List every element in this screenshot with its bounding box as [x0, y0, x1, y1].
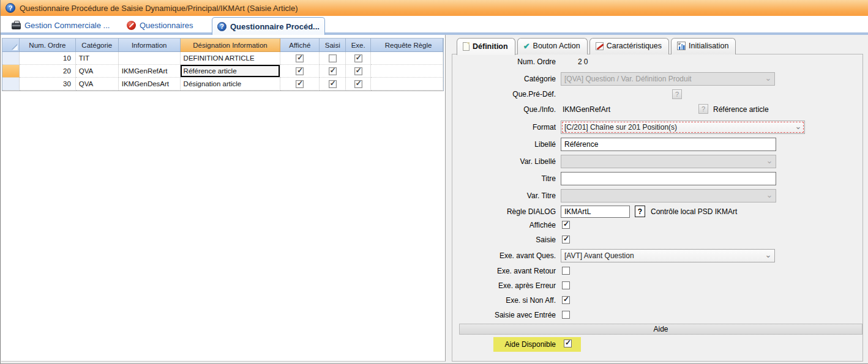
- grid-cell-num-ordre[interactable]: 10: [20, 52, 76, 65]
- tab-label: Bouton Action: [533, 42, 580, 50]
- regle-dialog-help-button[interactable]: ?: [635, 206, 645, 217]
- col-header-information[interactable]: Information: [119, 39, 181, 52]
- aide-section-header: Aide: [459, 324, 862, 335]
- titre-input[interactable]: [561, 172, 776, 185]
- grid-cell-information[interactable]: IKMGenRefArt: [119, 65, 181, 78]
- var-libelle-select[interactable]: ⌄: [561, 155, 776, 168]
- col-header-num-ordre[interactable]: Num. Ordre: [20, 39, 76, 52]
- grid-affiche-checkbox-cell[interactable]: [280, 78, 320, 91]
- grid-exe-checkbox-cell[interactable]: [346, 65, 371, 78]
- tab-questionnaires[interactable]: Questionnaires: [122, 18, 198, 32]
- grid-affiche-checkbox-cell[interactable]: [280, 65, 320, 78]
- regle-dialog-input[interactable]: [561, 206, 630, 218]
- tab-label: Gestion Commerciale ...: [24, 21, 110, 30]
- grid-saisi-checkbox-cell[interactable]: [320, 78, 346, 91]
- grid-exe-checkbox-cell[interactable]: [346, 78, 371, 91]
- col-header-categorie[interactable]: Catégorie: [76, 39, 119, 52]
- var-titre-select[interactable]: ⌄: [561, 189, 776, 202]
- grid-cell-designation[interactable]: Désignation article: [181, 78, 281, 91]
- row-selector[interactable]: [2, 78, 20, 91]
- tab-bouton-action[interactable]: ✔ Bouton Action: [517, 38, 588, 54]
- exe-avant-retour-checkbox[interactable]: [562, 267, 570, 275]
- grid-cell-num-ordre[interactable]: 20: [20, 65, 76, 78]
- saisi-checkbox[interactable]: [329, 67, 337, 75]
- grid-cell-information[interactable]: [119, 52, 181, 65]
- grid-saisi-checkbox-cell[interactable]: [320, 52, 346, 65]
- affiche-checkbox[interactable]: [296, 67, 304, 75]
- num-ordre-value: 20: [578, 58, 589, 66]
- grid-cell-requete-regle[interactable]: [371, 52, 443, 65]
- categorie-select[interactable]: [QVA] Question / Var. Définition Produit…: [561, 72, 775, 86]
- grid-cell-designation-focused[interactable]: Référence article: [181, 65, 281, 78]
- grid-cell-categorie[interactable]: QVA: [76, 78, 119, 91]
- exe-si-non-aff-label: Exe. si Non Aff.: [452, 296, 556, 305]
- tab-initialisation[interactable]: Initialisation: [671, 38, 736, 54]
- tab-label: Questionnaires: [140, 21, 193, 30]
- table-row[interactable]: 10 TIT DEFINITION ARTICLE: [2, 52, 443, 65]
- chevron-down-icon: ⌄: [765, 75, 772, 83]
- col-header-exe[interactable]: Exe.: [346, 39, 371, 52]
- que-info-label: Que./Info.: [452, 105, 556, 114]
- exe-checkbox[interactable]: [354, 67, 362, 75]
- table-row-selected[interactable]: 20 QVA IKMGenRefArt Référence article: [2, 65, 443, 78]
- saisie-avec-entree-label: Saisie avec Entrée: [452, 311, 556, 319]
- col-header-requete-regle[interactable]: Requête Règle: [371, 39, 443, 52]
- saisi-checkbox[interactable]: [329, 54, 337, 62]
- saisi-checkbox[interactable]: [329, 80, 337, 88]
- tab-label: Questionnaire Procéd...: [230, 22, 320, 31]
- grid-saisi-checkbox-cell[interactable]: [320, 65, 346, 78]
- libelle-input[interactable]: [561, 138, 776, 151]
- col-header-affiche[interactable]: Affiché: [280, 39, 320, 52]
- grid-cell-designation[interactable]: DEFINITION ARTICLE: [181, 52, 281, 65]
- chevron-down-icon: ⌄: [766, 191, 773, 200]
- exe-apres-erreur-label: Exe. après Erreur: [452, 281, 556, 290]
- grid-cell-categorie[interactable]: QVA: [76, 65, 119, 78]
- grid-exe-checkbox-cell[interactable]: [346, 52, 371, 65]
- row-selector-current[interactable]: [2, 65, 20, 78]
- chevron-down-icon: ⌄: [795, 123, 802, 132]
- pen-page-icon: [596, 42, 604, 50]
- tab-gestion-commerciale[interactable]: Gestion Commerciale ...: [7, 18, 114, 32]
- table-row[interactable]: 30 QVA IKMGenDesArt Désignation article: [2, 78, 443, 91]
- grid-header-row: Num. Ordre Catégorie Information Désigna…: [2, 39, 443, 52]
- row-selector[interactable]: [2, 52, 20, 65]
- main-tab-strip: Gestion Commerciale ... Questionnaires ?…: [1, 16, 868, 35]
- aide-disponible-checkbox[interactable]: [564, 340, 572, 347]
- tab-questionnaire-procedure[interactable]: ? Questionnaire Procéd...: [212, 17, 325, 35]
- aide-disponible-label: Aide Disponible: [452, 340, 556, 349]
- affiche-checkbox[interactable]: [296, 80, 304, 88]
- affichee-checkbox[interactable]: [562, 221, 570, 229]
- var-titre-label: Var. Titre: [452, 191, 556, 200]
- format-label: Format: [452, 123, 556, 132]
- col-header-saisi[interactable]: Saisi: [320, 39, 346, 52]
- exe-checkbox[interactable]: [354, 54, 362, 62]
- que-pre-def-label: Que.Pré-Déf.: [452, 90, 556, 98]
- grid-cell-num-ordre[interactable]: 30: [20, 78, 76, 91]
- tab-caracteristiques[interactable]: Caractéristiques: [589, 38, 669, 54]
- grid-cell-requete-regle[interactable]: [371, 78, 443, 91]
- exe-avant-retour-label: Exe. avant Retour: [452, 267, 556, 275]
- grid-affiche-checkbox-cell[interactable]: [280, 52, 320, 65]
- chevron-down-icon: ⌄: [765, 251, 772, 260]
- select-all-corner[interactable]: [2, 39, 20, 52]
- grid-cell-information[interactable]: IKMGenDesArt: [119, 78, 181, 91]
- chart-icon: [677, 42, 686, 50]
- que-info-help-button[interactable]: ?: [698, 104, 708, 114]
- tab-definition[interactable]: Définition: [457, 38, 515, 55]
- affiche-checkbox[interactable]: [296, 54, 304, 62]
- exe-avant-ques-select[interactable]: [AVT] Avant Question ⌄: [561, 249, 775, 262]
- exe-si-non-aff-checkbox[interactable]: [562, 296, 570, 304]
- questions-list-panel: Num. Ordre Catégorie Information Désigna…: [1, 35, 446, 362]
- exe-checkbox[interactable]: [354, 80, 362, 88]
- saisie-avec-entree-checkbox[interactable]: [562, 311, 570, 319]
- que-pre-def-help-button[interactable]: ?: [672, 89, 682, 99]
- exe-apres-erreur-checkbox[interactable]: [562, 281, 570, 289]
- grid-cell-requete-regle[interactable]: [371, 65, 443, 78]
- col-header-designation[interactable]: Désignation Information: [181, 39, 281, 52]
- check-icon: ✔: [523, 42, 530, 50]
- categorie-label: Catégorie: [452, 75, 556, 83]
- format-select[interactable]: [C/201] Chaîne sur 201 Position(s) ⌄: [561, 121, 805, 134]
- saisie-checkbox[interactable]: [562, 236, 570, 243]
- grid-cell-categorie[interactable]: TIT: [76, 52, 119, 65]
- detail-tab-strip: Définition ✔ Bouton Action Caractéristiq…: [457, 38, 736, 54]
